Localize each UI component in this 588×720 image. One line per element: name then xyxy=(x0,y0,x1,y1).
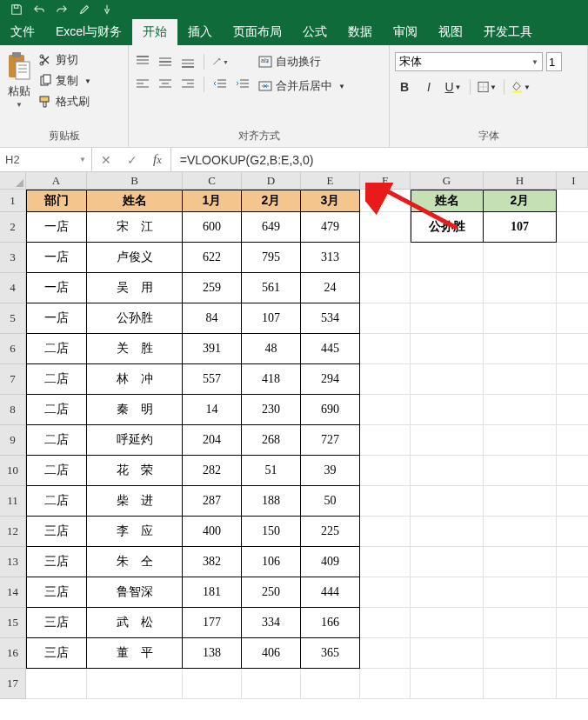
format-painter-button[interactable]: 格式刷 xyxy=(38,94,91,110)
cell-D15[interactable]: 334 xyxy=(242,608,301,638)
cell-G10[interactable] xyxy=(411,456,484,486)
cell-A6[interactable]: 二店 xyxy=(26,334,87,364)
fill-color-button[interactable]: ▼ xyxy=(511,78,531,96)
italic-button[interactable]: I xyxy=(419,78,438,96)
bold-button[interactable]: B xyxy=(395,78,414,96)
cell-I3[interactable] xyxy=(557,243,588,273)
cell-I8[interactable] xyxy=(557,395,588,425)
cell-C15[interactable]: 177 xyxy=(183,608,242,638)
undo-icon[interactable] xyxy=(31,2,47,17)
cell-H13[interactable] xyxy=(484,547,557,577)
underline-button[interactable]: U▼ xyxy=(444,78,463,96)
cell-A9[interactable]: 二店 xyxy=(26,425,87,456)
cell-H4[interactable] xyxy=(484,273,557,303)
tab-6[interactable]: 数据 xyxy=(337,19,383,45)
cell-I9[interactable] xyxy=(557,425,588,456)
cell-A10[interactable]: 二店 xyxy=(26,456,87,486)
cell-A15[interactable]: 三店 xyxy=(26,608,87,638)
align-left-button[interactable] xyxy=(134,77,151,92)
cell-B13[interactable]: 朱 仝 xyxy=(87,547,183,577)
redo-icon[interactable] xyxy=(54,2,70,17)
touch-icon[interactable] xyxy=(99,2,115,17)
cell-F9[interactable] xyxy=(360,425,411,456)
cell-A8[interactable]: 二店 xyxy=(26,395,87,425)
cell-D7[interactable]: 418 xyxy=(242,364,301,395)
row-header-7[interactable]: 7 xyxy=(0,364,26,395)
name-box[interactable]: H2 ▼ xyxy=(0,148,92,171)
col-header-E[interactable]: E xyxy=(301,172,360,190)
brush-icon[interactable] xyxy=(77,2,92,17)
cell-G4[interactable] xyxy=(411,273,484,303)
row-header-15[interactable]: 15 xyxy=(0,608,26,638)
cell-F14[interactable] xyxy=(360,577,411,608)
col-header-D[interactable]: D xyxy=(242,172,301,190)
formula-input[interactable]: =VLOOKUP(G2,B:E,3,0) xyxy=(171,148,588,171)
tab-3[interactable]: 插入 xyxy=(177,19,223,45)
increase-indent-button[interactable] xyxy=(234,77,251,92)
cell-D10[interactable]: 51 xyxy=(242,456,301,486)
cell-H10[interactable] xyxy=(484,456,557,486)
cell-E13[interactable]: 409 xyxy=(301,547,360,577)
cell-F3[interactable] xyxy=(360,243,411,273)
cell-F2[interactable] xyxy=(360,212,411,243)
cell-A2[interactable]: 一店 xyxy=(26,212,87,243)
cancel-formula-button[interactable]: ✕ xyxy=(101,153,111,167)
tab-4[interactable]: 页面布局 xyxy=(223,19,292,45)
cell-D5[interactable]: 107 xyxy=(242,303,301,334)
cell-D17[interactable] xyxy=(242,669,301,699)
cell-B14[interactable]: 鲁智深 xyxy=(87,577,183,608)
cell-B17[interactable] xyxy=(87,669,183,699)
cell-C10[interactable]: 282 xyxy=(183,456,242,486)
copy-button[interactable]: 复制▼ xyxy=(38,73,91,89)
cell-E3[interactable]: 313 xyxy=(301,243,360,273)
cell-C1[interactable]: 1月 xyxy=(183,190,242,212)
save-icon[interactable] xyxy=(9,2,24,17)
cell-E8[interactable]: 690 xyxy=(301,395,360,425)
cell-D9[interactable]: 268 xyxy=(242,425,301,456)
cell-G7[interactable] xyxy=(411,364,484,395)
cell-B9[interactable]: 呼延灼 xyxy=(87,425,183,456)
cell-A12[interactable]: 三店 xyxy=(26,517,87,547)
cell-F1[interactable] xyxy=(360,190,411,212)
cell-I5[interactable] xyxy=(557,303,588,334)
cell-E16[interactable]: 365 xyxy=(301,638,360,669)
cell-I14[interactable] xyxy=(557,577,588,608)
col-header-F[interactable]: F xyxy=(360,172,411,190)
cell-G2[interactable]: 公孙胜 xyxy=(411,212,484,243)
cell-G16[interactable] xyxy=(411,638,484,669)
cell-E11[interactable]: 50 xyxy=(301,486,360,517)
cell-H16[interactable] xyxy=(484,638,557,669)
cell-H6[interactable] xyxy=(484,334,557,364)
cell-I6[interactable] xyxy=(557,334,588,364)
cell-E15[interactable]: 166 xyxy=(301,608,360,638)
cell-B4[interactable]: 吴 用 xyxy=(87,273,183,303)
cell-I1[interactable] xyxy=(557,190,588,212)
row-header-4[interactable]: 4 xyxy=(0,273,26,303)
cell-B6[interactable]: 关 胜 xyxy=(87,334,183,364)
cell-G9[interactable] xyxy=(411,425,484,456)
tab-5[interactable]: 公式 xyxy=(292,19,337,45)
cell-D11[interactable]: 188 xyxy=(242,486,301,517)
cell-B16[interactable]: 董 平 xyxy=(87,638,183,669)
cell-F8[interactable] xyxy=(360,395,411,425)
cell-C8[interactable]: 14 xyxy=(183,395,242,425)
fx-icon[interactable]: fx xyxy=(153,152,162,167)
cell-E6[interactable]: 445 xyxy=(301,334,360,364)
cell-A17[interactable] xyxy=(26,669,87,699)
cell-C3[interactable]: 622 xyxy=(183,243,242,273)
row-header-8[interactable]: 8 xyxy=(0,395,26,425)
cell-A16[interactable]: 三店 xyxy=(26,638,87,669)
cell-C16[interactable]: 138 xyxy=(183,638,242,669)
tab-9[interactable]: 开发工具 xyxy=(473,19,543,45)
cell-C14[interactable]: 181 xyxy=(183,577,242,608)
cell-A4[interactable]: 一店 xyxy=(26,273,87,303)
tab-1[interactable]: Excel与财务 xyxy=(45,19,132,45)
align-right-button[interactable] xyxy=(179,77,197,92)
cell-H3[interactable] xyxy=(484,243,557,273)
cell-F10[interactable] xyxy=(360,456,411,486)
cell-I10[interactable] xyxy=(557,456,588,486)
align-middle-button[interactable] xyxy=(157,54,174,70)
cell-E10[interactable]: 39 xyxy=(301,456,360,486)
cell-E17[interactable] xyxy=(301,669,360,699)
cell-C11[interactable]: 287 xyxy=(183,486,242,517)
